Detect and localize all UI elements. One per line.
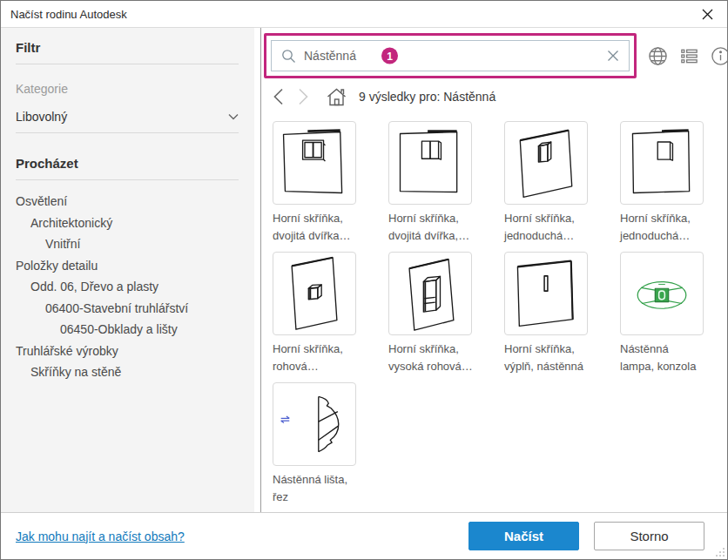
family-item[interactable]: Horní skříňka,rohová… [273, 252, 388, 375]
family-title: Nástěnnálampa, konzola [620, 341, 726, 375]
load-autodesk-family-dialog: Načíst rodinu Autodesk Filtr Kategorie L… [0, 0, 728, 560]
forward-chevron-icon [298, 88, 309, 105]
tree-item-skrinky-na-stene[interactable]: Skříňky na stěně [16, 361, 239, 383]
search-input[interactable]: Nástěnná [271, 40, 630, 71]
category-label: Kategorie [16, 82, 239, 96]
family-title: Horní skříňka,rohová… [273, 341, 379, 375]
thumb-wall-lamp-bracket [620, 252, 704, 335]
thumb-cabinet-double-doors-2 [388, 121, 472, 205]
tree-item-odd-06[interactable]: Odd. 06, Dřevo a plasty [16, 276, 239, 298]
results-status-text: 9 výsledky pro: Nástěnná [359, 90, 495, 104]
thumb-cabinet-single-perspective [504, 121, 588, 205]
category-tree: Osvětlení Architektonický Vnitřní Položk… [16, 191, 239, 383]
info-icon[interactable] [711, 46, 727, 66]
cancel-button[interactable]: Storno [594, 522, 704, 550]
family-item[interactable]: Horní skříňka,jednoduchá… [620, 121, 727, 245]
tree-item-truhlarske-vyrobky[interactable]: Truhlářské výrobky [16, 341, 239, 362]
thumb-cabinet-corner [273, 252, 356, 335]
divider [16, 64, 239, 64]
toolbar-icons [648, 46, 727, 66]
window-title: Načíst rodinu Autodesk [10, 8, 127, 21]
family-item[interactable]: Horní skříňka,dvojitá dvířka,… [388, 121, 504, 245]
family-title: Horní skříňka,dvojitá dvířka,… [388, 210, 495, 245]
tree-item-vnitrni[interactable]: Vnitřní [16, 233, 239, 255]
dialog-footer: Jak mohu najít a načíst obsah? Načíst St… [1, 512, 727, 559]
search-row: Nástěnná 1 [273, 33, 718, 78]
family-title: Horní skříňka,jednoduchá… [620, 210, 726, 245]
divider [16, 179, 239, 180]
browse-heading: Procházet [16, 156, 239, 171]
dialog-body: Filtr Kategorie Libovolný Procházet Osvě… [1, 28, 727, 512]
family-item[interactable]: Nástěnná lišta,řez [273, 382, 388, 506]
home-icon[interactable] [326, 87, 347, 107]
thumb-cabinet-single-front [620, 121, 704, 205]
family-title: Horní skříňka,dvojitá dvířka… [273, 210, 379, 245]
results-grid: Horní skříňka,dvojitá dvířka… Horní skří… [273, 121, 718, 506]
globe-icon[interactable] [648, 46, 668, 66]
family-item[interactable]: Horní skříňka,dvojitá dvířka… [273, 121, 388, 245]
family-title: Horní skříňka,jednoduchá… [504, 210, 610, 245]
list-view-icon[interactable] [679, 46, 699, 66]
thumb-wall-filler-panel [504, 252, 588, 335]
sidebar-separator [254, 28, 261, 512]
family-item[interactable]: Nástěnnálampa, konzola [620, 252, 727, 375]
family-title: Horní skříňka,výplň, nástěnná [504, 341, 610, 375]
magnifier-icon [281, 49, 296, 64]
tree-item-polozky-detailu[interactable]: Položky detailu [16, 255, 239, 277]
filter-sidebar: Filtr Kategorie Libovolný Procházet Osvě… [1, 28, 254, 512]
category-dropdown[interactable]: Libovolný [16, 110, 239, 124]
family-title: Nástěnná lišta,řez [273, 471, 379, 506]
resize-grip[interactable] [715, 547, 725, 557]
family-title: Horní skříňka,vysoká rohová… [388, 341, 495, 375]
back-chevron-icon[interactable] [273, 88, 284, 105]
titlebar: Načíst rodinu Autodesk [1, 1, 727, 28]
family-item[interactable]: Horní skříňka,vysoká rohová… [388, 252, 504, 375]
family-item[interactable]: Horní skříňka,výplň, nástěnná [504, 252, 620, 375]
category-value: Libovolný [16, 110, 67, 124]
annotation-highlight-box: Nástěnná 1 [264, 33, 637, 78]
help-link[interactable]: Jak mohu najít a načíst obsah? [16, 530, 185, 543]
annotation-badge-1: 1 [381, 48, 398, 64]
tree-item-06450[interactable]: 06450-Obklady a lišty [16, 319, 239, 341]
family-item[interactable]: Horní skříňka,jednoduchá… [504, 121, 620, 245]
load-button[interactable]: Načíst [468, 522, 579, 550]
tree-item-osvetleni[interactable]: Osvětlení [16, 191, 239, 213]
chevron-down-icon [228, 113, 239, 120]
clear-search-icon[interactable] [607, 50, 619, 62]
tree-item-06400[interactable]: 06400-Stavební truhlářství [16, 298, 239, 320]
navigation-row: 9 výsledky pro: Nástěnná [273, 84, 718, 109]
divider [16, 132, 239, 133]
tree-item-architektonicky[interactable]: Architektonický [16, 213, 239, 234]
thumb-molding-profile-section [273, 382, 356, 466]
close-icon[interactable] [698, 4, 717, 24]
filter-heading: Filtr [16, 40, 239, 55]
search-value: Nástěnná [304, 49, 356, 63]
results-panel: Nástěnná 1 [261, 28, 727, 512]
thumb-cabinet-tall-corner [388, 252, 472, 335]
thumb-cabinet-double-doors [273, 121, 356, 205]
